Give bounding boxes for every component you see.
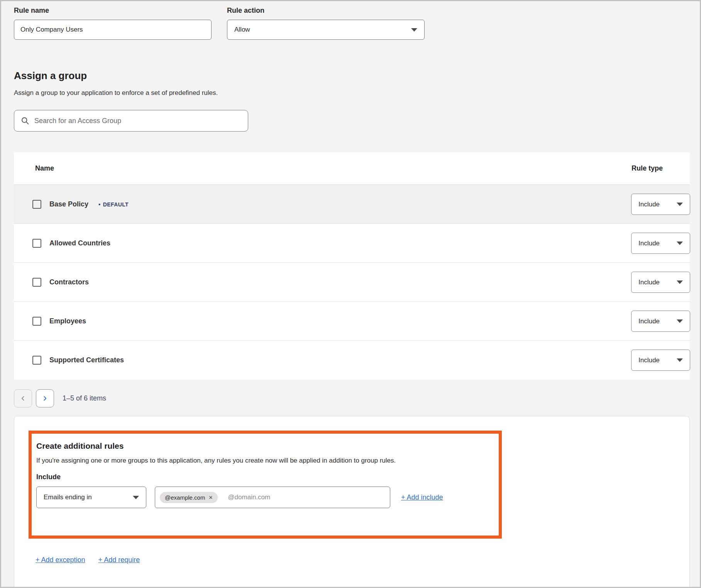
badge-bullet: • — [98, 201, 101, 208]
include-rule-controls: Emails ending in @example.com ✕ @domain.… — [36, 487, 494, 508]
rule-type-select[interactable]: Include — [631, 233, 690, 254]
email-chip: @example.com ✕ — [160, 492, 218, 503]
table-header: Name Rule type — [14, 152, 690, 185]
chevron-left-icon: ‹ — [21, 392, 25, 403]
table-row-base-policy: Base Policy •DEFAULT Include — [14, 185, 690, 224]
rule-type-select[interactable]: Include — [631, 272, 690, 293]
chevron-right-icon: › — [43, 392, 47, 403]
rule-type-value: Include — [638, 357, 660, 364]
pagination-status: 1–5 of 6 items — [63, 394, 106, 402]
chevron-down-icon — [677, 203, 683, 206]
chevron-down-icon — [677, 319, 683, 323]
search-icon — [21, 117, 29, 125]
email-domains-input[interactable]: @example.com ✕ @domain.com — [155, 487, 390, 508]
rule-name-input[interactable] — [14, 20, 212, 40]
email-chip-label: @example.com — [165, 494, 205, 501]
chevron-down-icon — [133, 496, 139, 499]
row-name: Contractors — [49, 278, 89, 286]
search-input[interactable] — [34, 117, 241, 125]
rule-type-value: Include — [638, 318, 660, 325]
row-name: Employees — [49, 317, 86, 325]
chevron-down-icon — [677, 242, 683, 245]
chevron-down-icon — [411, 28, 417, 32]
access-group-search — [14, 110, 248, 132]
rule-name-label: Rule name — [14, 7, 49, 15]
table-row-allowed-countries: Allowed Countries Include — [14, 224, 690, 263]
rule-type-value: Include — [638, 201, 660, 208]
rule-type-value: Include — [638, 240, 660, 247]
include-label: Include — [36, 473, 494, 481]
rule-type-select[interactable]: Include — [631, 194, 690, 215]
badge-label: DEFAULT — [103, 201, 129, 208]
row-checkbox[interactable] — [32, 200, 41, 209]
prev-page-button[interactable]: ‹ — [14, 389, 32, 407]
chevron-down-icon — [677, 280, 683, 284]
create-rules-description: If you're assigning one or more groups t… — [36, 457, 494, 465]
row-checkbox[interactable] — [32, 356, 41, 365]
add-include-link[interactable]: + Add include — [401, 493, 443, 502]
footer-links: + Add exception + Add require — [36, 556, 140, 564]
create-rules-card: Create additional rules If you're assign… — [14, 416, 690, 588]
pagination: ‹ › 1–5 of 6 items — [14, 389, 106, 407]
default-badge: •DEFAULT — [98, 201, 129, 208]
table-row-employees: Employees Include — [14, 302, 690, 341]
assign-group-description: Assign a group to your application to en… — [14, 89, 218, 97]
add-require-link[interactable]: + Add require — [98, 556, 140, 564]
rule-type-value: Include — [638, 279, 660, 286]
table-row-supported-certificates: Supported Certificates Include — [14, 341, 690, 380]
add-exception-link[interactable]: + Add exception — [36, 556, 85, 564]
row-checkbox[interactable] — [32, 278, 41, 287]
create-rules-title: Create additional rules — [36, 441, 494, 451]
email-input-placeholder: @domain.com — [228, 493, 270, 501]
rule-type-select[interactable]: Include — [631, 311, 690, 332]
column-header-rule-type: Rule type — [632, 164, 663, 172]
rule-action-select[interactable]: Allow — [227, 20, 425, 40]
column-header-name: Name — [14, 164, 54, 172]
rule-type-select[interactable]: Include — [631, 350, 690, 371]
chevron-down-icon — [677, 358, 683, 362]
row-name: Allowed Countries — [49, 239, 110, 247]
row-name: Base Policy — [49, 200, 88, 208]
chip-remove-icon[interactable]: ✕ — [208, 495, 213, 500]
row-name: Supported Certificates — [49, 356, 124, 364]
create-rules-highlight-box: Create additional rules If you're assign… — [29, 431, 502, 539]
row-checkbox[interactable] — [32, 239, 41, 248]
rule-action-label: Rule action — [227, 7, 264, 15]
rule-action-value: Allow — [234, 26, 250, 34]
row-checkbox[interactable] — [32, 317, 41, 326]
access-groups-table: Name Rule type Base Policy •DEFAULT Incl… — [14, 152, 690, 380]
table-row-contractors: Contractors Include — [14, 263, 690, 302]
assign-group-title: Assign a group — [14, 70, 87, 82]
rule-editor-page: Rule name Rule action Allow Assign a gro… — [0, 0, 701, 588]
rule-criteria-select[interactable]: Emails ending in — [36, 487, 146, 508]
next-page-button[interactable]: › — [36, 389, 54, 407]
rule-criteria-value: Emails ending in — [44, 493, 92, 501]
